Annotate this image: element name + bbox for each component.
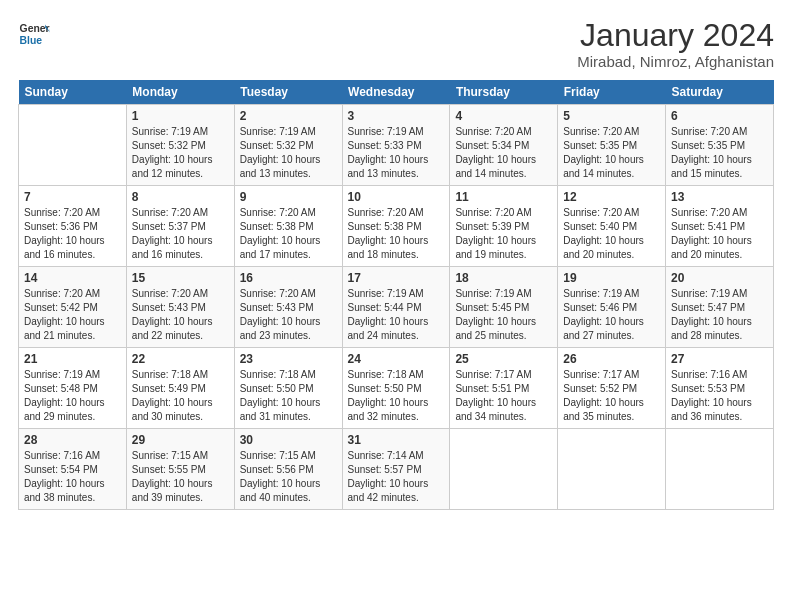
col-header-saturday: Saturday	[666, 80, 774, 105]
calendar-cell: 28Sunrise: 7:16 AM Sunset: 5:54 PM Dayli…	[19, 429, 127, 510]
day-number: 22	[132, 352, 229, 366]
day-number: 18	[455, 271, 552, 285]
calendar-cell: 21Sunrise: 7:19 AM Sunset: 5:48 PM Dayli…	[19, 348, 127, 429]
header: General Blue January 2024 Mirabad, Nimro…	[18, 18, 774, 70]
calendar-cell: 11Sunrise: 7:20 AM Sunset: 5:39 PM Dayli…	[450, 186, 558, 267]
day-info: Sunrise: 7:20 AM Sunset: 5:41 PM Dayligh…	[671, 206, 768, 262]
day-number: 15	[132, 271, 229, 285]
day-info: Sunrise: 7:20 AM Sunset: 5:40 PM Dayligh…	[563, 206, 660, 262]
calendar-cell	[666, 429, 774, 510]
day-number: 28	[24, 433, 121, 447]
col-header-tuesday: Tuesday	[234, 80, 342, 105]
calendar-cell: 5Sunrise: 7:20 AM Sunset: 5:35 PM Daylig…	[558, 105, 666, 186]
calendar-cell: 22Sunrise: 7:18 AM Sunset: 5:49 PM Dayli…	[126, 348, 234, 429]
day-number: 26	[563, 352, 660, 366]
day-number: 20	[671, 271, 768, 285]
subtitle: Mirabad, Nimroz, Afghanistan	[577, 53, 774, 70]
day-info: Sunrise: 7:20 AM Sunset: 5:38 PM Dayligh…	[240, 206, 337, 262]
day-info: Sunrise: 7:19 AM Sunset: 5:48 PM Dayligh…	[24, 368, 121, 424]
day-number: 17	[348, 271, 445, 285]
calendar-cell: 3Sunrise: 7:19 AM Sunset: 5:33 PM Daylig…	[342, 105, 450, 186]
day-number: 16	[240, 271, 337, 285]
week-row-1: 7Sunrise: 7:20 AM Sunset: 5:36 PM Daylig…	[19, 186, 774, 267]
calendar-table: SundayMondayTuesdayWednesdayThursdayFrid…	[18, 80, 774, 510]
calendar-cell: 12Sunrise: 7:20 AM Sunset: 5:40 PM Dayli…	[558, 186, 666, 267]
calendar-cell: 2Sunrise: 7:19 AM Sunset: 5:32 PM Daylig…	[234, 105, 342, 186]
day-info: Sunrise: 7:14 AM Sunset: 5:57 PM Dayligh…	[348, 449, 445, 505]
calendar-cell: 30Sunrise: 7:15 AM Sunset: 5:56 PM Dayli…	[234, 429, 342, 510]
week-row-3: 21Sunrise: 7:19 AM Sunset: 5:48 PM Dayli…	[19, 348, 774, 429]
calendar-cell: 24Sunrise: 7:18 AM Sunset: 5:50 PM Dayli…	[342, 348, 450, 429]
day-number: 6	[671, 109, 768, 123]
day-info: Sunrise: 7:20 AM Sunset: 5:35 PM Dayligh…	[671, 125, 768, 181]
day-info: Sunrise: 7:20 AM Sunset: 5:38 PM Dayligh…	[348, 206, 445, 262]
col-header-thursday: Thursday	[450, 80, 558, 105]
week-row-2: 14Sunrise: 7:20 AM Sunset: 5:42 PM Dayli…	[19, 267, 774, 348]
calendar-cell: 27Sunrise: 7:16 AM Sunset: 5:53 PM Dayli…	[666, 348, 774, 429]
day-number: 4	[455, 109, 552, 123]
day-info: Sunrise: 7:19 AM Sunset: 5:47 PM Dayligh…	[671, 287, 768, 343]
day-number: 25	[455, 352, 552, 366]
day-info: Sunrise: 7:19 AM Sunset: 5:33 PM Dayligh…	[348, 125, 445, 181]
calendar-cell: 17Sunrise: 7:19 AM Sunset: 5:44 PM Dayli…	[342, 267, 450, 348]
calendar-cell: 19Sunrise: 7:19 AM Sunset: 5:46 PM Dayli…	[558, 267, 666, 348]
day-info: Sunrise: 7:18 AM Sunset: 5:50 PM Dayligh…	[240, 368, 337, 424]
col-header-friday: Friday	[558, 80, 666, 105]
calendar-cell: 16Sunrise: 7:20 AM Sunset: 5:43 PM Dayli…	[234, 267, 342, 348]
logo-icon: General Blue	[18, 18, 50, 50]
day-number: 19	[563, 271, 660, 285]
week-row-4: 28Sunrise: 7:16 AM Sunset: 5:54 PM Dayli…	[19, 429, 774, 510]
col-header-sunday: Sunday	[19, 80, 127, 105]
page: General Blue January 2024 Mirabad, Nimro…	[0, 0, 792, 520]
day-info: Sunrise: 7:15 AM Sunset: 5:55 PM Dayligh…	[132, 449, 229, 505]
calendar-cell: 4Sunrise: 7:20 AM Sunset: 5:34 PM Daylig…	[450, 105, 558, 186]
calendar-cell: 9Sunrise: 7:20 AM Sunset: 5:38 PM Daylig…	[234, 186, 342, 267]
title-block: January 2024 Mirabad, Nimroz, Afghanista…	[577, 18, 774, 70]
day-number: 12	[563, 190, 660, 204]
calendar-cell: 10Sunrise: 7:20 AM Sunset: 5:38 PM Dayli…	[342, 186, 450, 267]
main-title: January 2024	[577, 18, 774, 53]
day-info: Sunrise: 7:16 AM Sunset: 5:54 PM Dayligh…	[24, 449, 121, 505]
day-info: Sunrise: 7:20 AM Sunset: 5:43 PM Dayligh…	[132, 287, 229, 343]
calendar-cell: 20Sunrise: 7:19 AM Sunset: 5:47 PM Dayli…	[666, 267, 774, 348]
day-info: Sunrise: 7:20 AM Sunset: 5:43 PM Dayligh…	[240, 287, 337, 343]
calendar-cell: 18Sunrise: 7:19 AM Sunset: 5:45 PM Dayli…	[450, 267, 558, 348]
calendar-cell	[558, 429, 666, 510]
calendar-cell: 25Sunrise: 7:17 AM Sunset: 5:51 PM Dayli…	[450, 348, 558, 429]
day-info: Sunrise: 7:17 AM Sunset: 5:51 PM Dayligh…	[455, 368, 552, 424]
day-number: 3	[348, 109, 445, 123]
calendar-cell: 8Sunrise: 7:20 AM Sunset: 5:37 PM Daylig…	[126, 186, 234, 267]
day-info: Sunrise: 7:17 AM Sunset: 5:52 PM Dayligh…	[563, 368, 660, 424]
day-number: 7	[24, 190, 121, 204]
day-number: 1	[132, 109, 229, 123]
calendar-cell: 23Sunrise: 7:18 AM Sunset: 5:50 PM Dayli…	[234, 348, 342, 429]
day-number: 23	[240, 352, 337, 366]
day-number: 21	[24, 352, 121, 366]
calendar-cell	[450, 429, 558, 510]
day-info: Sunrise: 7:18 AM Sunset: 5:49 PM Dayligh…	[132, 368, 229, 424]
header-row: SundayMondayTuesdayWednesdayThursdayFrid…	[19, 80, 774, 105]
day-info: Sunrise: 7:20 AM Sunset: 5:39 PM Dayligh…	[455, 206, 552, 262]
col-header-monday: Monday	[126, 80, 234, 105]
day-number: 2	[240, 109, 337, 123]
calendar-cell: 1Sunrise: 7:19 AM Sunset: 5:32 PM Daylig…	[126, 105, 234, 186]
logo: General Blue	[18, 18, 50, 50]
calendar-cell: 31Sunrise: 7:14 AM Sunset: 5:57 PM Dayli…	[342, 429, 450, 510]
calendar-cell: 14Sunrise: 7:20 AM Sunset: 5:42 PM Dayli…	[19, 267, 127, 348]
calendar-cell: 29Sunrise: 7:15 AM Sunset: 5:55 PM Dayli…	[126, 429, 234, 510]
calendar-cell: 15Sunrise: 7:20 AM Sunset: 5:43 PM Dayli…	[126, 267, 234, 348]
day-number: 27	[671, 352, 768, 366]
day-info: Sunrise: 7:20 AM Sunset: 5:37 PM Dayligh…	[132, 206, 229, 262]
day-info: Sunrise: 7:19 AM Sunset: 5:46 PM Dayligh…	[563, 287, 660, 343]
day-number: 11	[455, 190, 552, 204]
day-number: 8	[132, 190, 229, 204]
calendar-cell: 6Sunrise: 7:20 AM Sunset: 5:35 PM Daylig…	[666, 105, 774, 186]
day-number: 10	[348, 190, 445, 204]
day-number: 9	[240, 190, 337, 204]
svg-text:Blue: Blue	[20, 35, 43, 46]
day-number: 30	[240, 433, 337, 447]
day-number: 14	[24, 271, 121, 285]
day-number: 31	[348, 433, 445, 447]
day-number: 24	[348, 352, 445, 366]
day-info: Sunrise: 7:16 AM Sunset: 5:53 PM Dayligh…	[671, 368, 768, 424]
